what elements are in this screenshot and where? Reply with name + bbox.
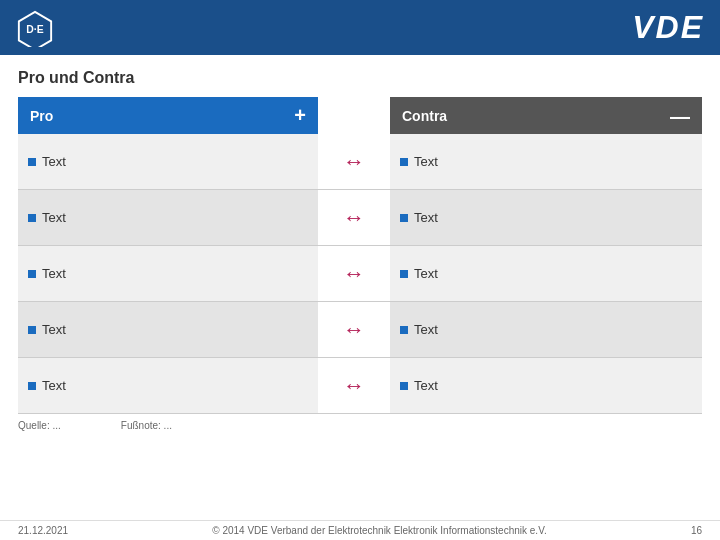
pro-cell-text: Text — [28, 154, 66, 169]
pro-text: Text — [42, 378, 66, 393]
contra-cell: Text — [390, 134, 702, 189]
double-arrow-icon: ↔ — [343, 205, 365, 231]
pro-text: Text — [42, 154, 66, 169]
bullet-icon — [400, 214, 408, 222]
contra-text: Text — [414, 210, 438, 225]
double-arrow-icon: ↔ — [343, 149, 365, 175]
contra-text: Text — [414, 266, 438, 281]
contra-cell: Text — [390, 358, 702, 413]
pro-text: Text — [42, 210, 66, 225]
contra-cell-text: Text — [400, 154, 438, 169]
arrow-cell: ↔ — [318, 190, 390, 245]
arrow-cell: ↔ — [318, 302, 390, 357]
bullet-icon — [400, 326, 408, 334]
pro-cell-text: Text — [28, 378, 66, 393]
contra-text: Text — [414, 154, 438, 169]
header-spacer — [318, 97, 390, 134]
arrow-cell: ↔ — [318, 246, 390, 301]
page-title: Pro und Contra — [18, 69, 702, 87]
bullet-icon — [400, 382, 408, 390]
header: D·E VDE — [0, 0, 720, 55]
minus-icon: — — [670, 106, 690, 126]
table-row: Text ↔ Text — [18, 190, 702, 246]
pro-contra-table: Pro + Contra — Text ↔ — [18, 97, 702, 414]
contra-cell: Text — [390, 190, 702, 245]
pro-cell-text: Text — [28, 210, 66, 225]
vde-logo: VDE — [632, 9, 704, 46]
arrow-cell: ↔ — [318, 134, 390, 189]
pro-cell-text: Text — [28, 322, 66, 337]
table-row: Text ↔ Text — [18, 302, 702, 358]
pro-cell: Text — [18, 190, 318, 245]
double-arrow-icon: ↔ — [343, 373, 365, 399]
bottom-bar: 21.12.2021 © 2014 VDE Verband der Elektr… — [0, 520, 720, 540]
pro-label: Pro — [30, 108, 53, 124]
contra-cell: Text — [390, 246, 702, 301]
main-content: Pro und Contra Pro + Contra — Text — [0, 55, 720, 439]
table-header-row: Pro + Contra — — [18, 97, 702, 134]
bullet-icon — [28, 214, 36, 222]
pro-text: Text — [42, 266, 66, 281]
table-row: Text ↔ Text — [18, 246, 702, 302]
contra-text: Text — [414, 322, 438, 337]
contra-cell-text: Text — [400, 266, 438, 281]
contra-cell-text: Text — [400, 378, 438, 393]
bullet-icon — [28, 270, 36, 278]
svg-text:D·E: D·E — [26, 23, 43, 34]
bottom-page: 16 — [691, 525, 702, 536]
de-logo: D·E — [16, 9, 54, 47]
contra-text: Text — [414, 378, 438, 393]
double-arrow-icon: ↔ — [343, 261, 365, 287]
fussnote-label: Fußnote: ... — [121, 420, 172, 431]
pro-cell-text: Text — [28, 266, 66, 281]
contra-column-header: Contra — — [390, 97, 702, 134]
bottom-copyright: © 2014 VDE Verband der Elektrotechnik El… — [212, 525, 546, 536]
table-body: Text ↔ Text Text ↔ — [18, 134, 702, 414]
pro-cell: Text — [18, 358, 318, 413]
pro-column-header: Pro + — [18, 97, 318, 134]
table-row: Text ↔ Text — [18, 358, 702, 414]
bullet-icon — [400, 158, 408, 166]
arrow-cell: ↔ — [318, 358, 390, 413]
bullet-icon — [28, 158, 36, 166]
double-arrow-icon: ↔ — [343, 317, 365, 343]
bullet-icon — [28, 326, 36, 334]
contra-cell-text: Text — [400, 210, 438, 225]
pro-cell: Text — [18, 134, 318, 189]
pro-cell: Text — [18, 302, 318, 357]
contra-label: Contra — [402, 108, 447, 124]
plus-icon: + — [294, 104, 306, 127]
bullet-icon — [28, 382, 36, 390]
table-row: Text ↔ Text — [18, 134, 702, 190]
pro-text: Text — [42, 322, 66, 337]
quelle-label: Quelle: ... — [18, 420, 61, 431]
pro-cell: Text — [18, 246, 318, 301]
bottom-date: 21.12.2021 — [18, 525, 68, 536]
contra-cell: Text — [390, 302, 702, 357]
contra-cell-text: Text — [400, 322, 438, 337]
bullet-icon — [400, 270, 408, 278]
footer-row: Quelle: ... Fußnote: ... — [18, 414, 702, 433]
